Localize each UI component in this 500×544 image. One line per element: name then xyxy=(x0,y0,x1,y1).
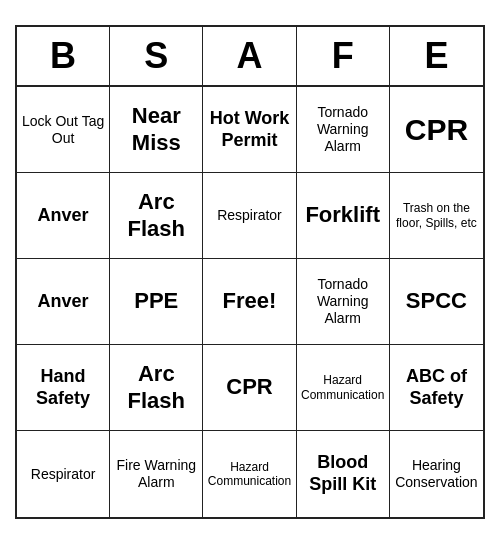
grid-cell: SPCC xyxy=(390,259,483,345)
header-letter: S xyxy=(110,27,203,85)
grid-cell: CPR xyxy=(203,345,296,431)
grid-cell: Trash on the floor, Spills, etc xyxy=(390,173,483,259)
grid-cell: Arc Flash xyxy=(110,345,203,431)
header-letter: E xyxy=(390,27,483,85)
bingo-card: BSAFE Lock Out Tag OutNear MissHot Work … xyxy=(15,25,485,519)
grid-cell: Free! xyxy=(203,259,296,345)
grid-cell: Fire Warning Alarm xyxy=(110,431,203,517)
grid-cell: Respirator xyxy=(17,431,110,517)
grid-cell: Anver xyxy=(17,259,110,345)
grid-cell: Hazard Communication xyxy=(297,345,390,431)
grid-cell: ABC of Safety xyxy=(390,345,483,431)
grid-cell: CPR xyxy=(390,87,483,173)
grid-cell: Hearing Conservation xyxy=(390,431,483,517)
grid-cell: Blood Spill Kit xyxy=(297,431,390,517)
grid-cell: Forklift xyxy=(297,173,390,259)
grid-cell: Tornado Warning Alarm xyxy=(297,87,390,173)
grid-cell: Hazard Communication xyxy=(203,431,296,517)
grid-cell: PPE xyxy=(110,259,203,345)
header-letter: F xyxy=(297,27,390,85)
grid-cell: Respirator xyxy=(203,173,296,259)
grid-cell: Near Miss xyxy=(110,87,203,173)
header-letter: B xyxy=(17,27,110,85)
bingo-grid: Lock Out Tag OutNear MissHot Work Permit… xyxy=(17,87,483,517)
grid-cell: Lock Out Tag Out xyxy=(17,87,110,173)
grid-cell: Arc Flash xyxy=(110,173,203,259)
grid-cell: Anver xyxy=(17,173,110,259)
grid-cell: Tornado Warning Alarm xyxy=(297,259,390,345)
grid-cell: Hot Work Permit xyxy=(203,87,296,173)
header-letter: A xyxy=(203,27,296,85)
bingo-header: BSAFE xyxy=(17,27,483,87)
grid-cell: Hand Safety xyxy=(17,345,110,431)
